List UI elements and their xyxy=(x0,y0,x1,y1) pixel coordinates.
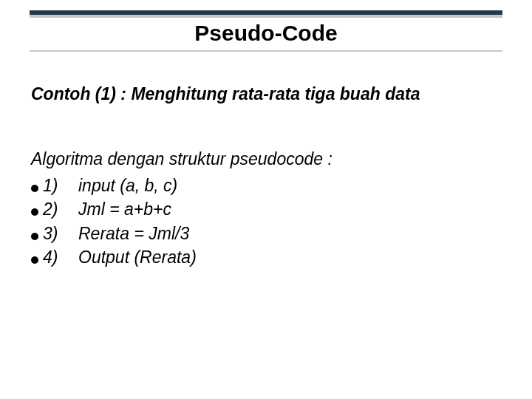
item-code: input (a, b, c) xyxy=(68,174,501,197)
subtitle: Contoh (1) : Menghitung rata-rata tiga b… xyxy=(31,83,501,106)
item-number: 1) xyxy=(43,174,68,197)
slide-body: Contoh (1) : Menghitung rata-rata tiga b… xyxy=(31,83,501,269)
item-code: Rerata = Jml/3 xyxy=(68,222,501,245)
list-item: 1) input (a, b, c) xyxy=(31,174,501,197)
item-number: 3) xyxy=(43,222,68,245)
pseudocode-section: Algoritma dengan struktur pseudocode : 1… xyxy=(31,147,501,269)
title-wrap: Pseudo-Code xyxy=(30,21,502,46)
item-code: Output (Rerata) xyxy=(68,245,501,269)
slide: Pseudo-Code Contoh (1) : Menghitung rata… xyxy=(0,0,532,399)
bullet-icon xyxy=(31,233,38,240)
top-band-gray xyxy=(30,15,502,18)
bullet-icon xyxy=(31,185,38,192)
bullet-icon xyxy=(31,208,38,216)
slide-title: Pseudo-Code xyxy=(194,21,337,46)
top-band xyxy=(30,10,502,18)
section-lead: Algoritma dengan struktur pseudocode : xyxy=(31,147,501,171)
list-item: 2) Jml = a+b+c xyxy=(31,197,501,221)
item-number: 4) xyxy=(43,245,68,269)
title-underline xyxy=(30,50,502,52)
bullet-icon xyxy=(31,256,38,264)
list-item: 4) Output (Rerata) xyxy=(31,245,501,269)
item-number: 2) xyxy=(43,197,68,221)
item-code: Jml = a+b+c xyxy=(68,197,501,221)
list-item: 3) Rerata = Jml/3 xyxy=(31,222,501,245)
